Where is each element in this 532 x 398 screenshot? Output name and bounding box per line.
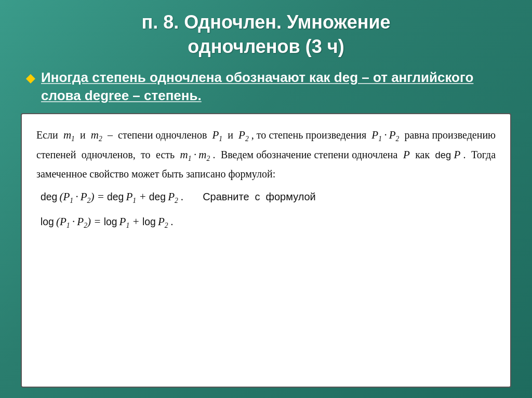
slide: п. 8. Одночлен. Умножение одночленов (3 … — [0, 0, 532, 398]
bullet-text: Иногда степень одночлена обозначают как … — [41, 68, 511, 105]
content-paragraph-1: Если m1 и m2 – степени одночленов P1 и P… — [36, 126, 496, 183]
title-line2: одночленов (3 ч) — [188, 36, 344, 57]
bullet-diamond-icon: ◆ — [26, 71, 35, 86]
content-box: Если m1 и m2 – степени одночленов P1 и P… — [21, 113, 511, 388]
bullet-point: ◆ Иногда степень одночлена обозначают ка… — [21, 68, 511, 105]
slide-title: п. 8. Одночлен. Умножение одночленов (3 … — [21, 10, 511, 59]
formula-log: log (P1 · P2) = log P1 + log P2 . — [41, 212, 496, 232]
title-line1: п. 8. Одночлен. Умножение — [141, 11, 390, 33]
formula-deg: deg (P1 · P2) = deg P1 + deg P2 . Сравни… — [41, 187, 496, 207]
